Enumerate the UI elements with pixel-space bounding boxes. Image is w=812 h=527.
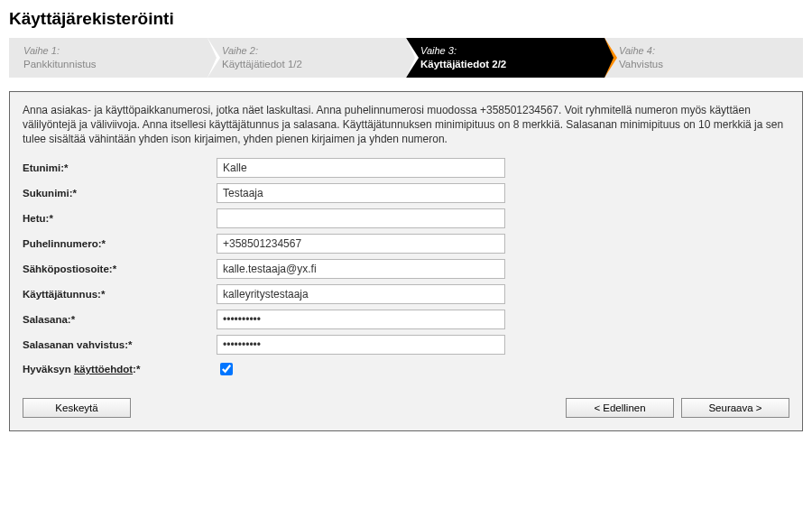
lastname-input[interactable] (217, 183, 505, 203)
password-label: Salasana:* (23, 314, 217, 325)
wizard-step-4: Vaihe 4: Vahvistus (604, 38, 803, 78)
step-label: Vaihe 3: (420, 44, 595, 57)
password-input[interactable] (217, 310, 505, 329)
step-label: Vaihe 4: (619, 44, 794, 57)
terms-label-prefix: Hyväksyn (23, 364, 74, 374)
ssn-label: Hetu:* (23, 213, 217, 224)
next-button[interactable]: Seuraava > (681, 398, 789, 418)
page-title: Käyttäjärekisteröinti (9, 9, 803, 29)
previous-button[interactable]: < Edellinen (566, 398, 674, 418)
phone-input[interactable] (217, 234, 505, 254)
wizard-step-3-active: Vaihe 3: Käyttäjätiedot 2/2 (406, 38, 604, 78)
step-name: Vahvistus (619, 58, 794, 71)
chevron-right-icon (406, 38, 415, 78)
step-label: Vaihe 1: (23, 44, 198, 57)
terms-checkbox[interactable] (220, 363, 233, 375)
chevron-right-icon (604, 38, 614, 78)
username-label: Käyttäjätunnus:* (23, 289, 217, 300)
form-container: Anna asiakas- ja käyttöpaikkanumerosi, j… (9, 91, 803, 431)
terms-label-suffix: :* (133, 364, 140, 374)
wizard-step-2: Vaihe 2: Käyttäjätiedot 1/2 (208, 38, 406, 78)
ssn-input[interactable] (217, 208, 505, 228)
email-label: Sähköpostiosoite:* (23, 264, 217, 274)
terms-label: Hyväksyn käyttöehdot:* (23, 364, 217, 374)
lastname-label: Sukunimi:* (23, 188, 217, 199)
firstname-input[interactable] (217, 158, 505, 178)
step-label: Vaihe 2: (222, 44, 397, 57)
cancel-button[interactable]: Keskeytä (23, 398, 131, 418)
firstname-label: Etunimi:* (23, 162, 217, 173)
form-instructions: Anna asiakas- ja käyttöpaikkanumerosi, j… (23, 103, 789, 147)
chevron-right-icon (208, 38, 217, 78)
username-input[interactable] (217, 284, 505, 304)
step-name: Pankkitunnistus (23, 58, 198, 71)
wizard-steps: Vaihe 1: Pankkitunnistus Vaihe 2: Käyttä… (9, 38, 803, 78)
password-confirm-input[interactable] (217, 335, 505, 355)
password-confirm-label: Salasanan vahvistus:* (23, 339, 217, 350)
email-input[interactable] (217, 259, 505, 279)
phone-label: Puhelinnumero:* (23, 238, 217, 249)
wizard-step-1: Vaihe 1: Pankkitunnistus (9, 38, 208, 78)
step-name: Käyttäjätiedot 1/2 (222, 58, 397, 71)
terms-link[interactable]: käyttöehdot (74, 364, 133, 374)
step-name: Käyttäjätiedot 2/2 (420, 58, 595, 71)
